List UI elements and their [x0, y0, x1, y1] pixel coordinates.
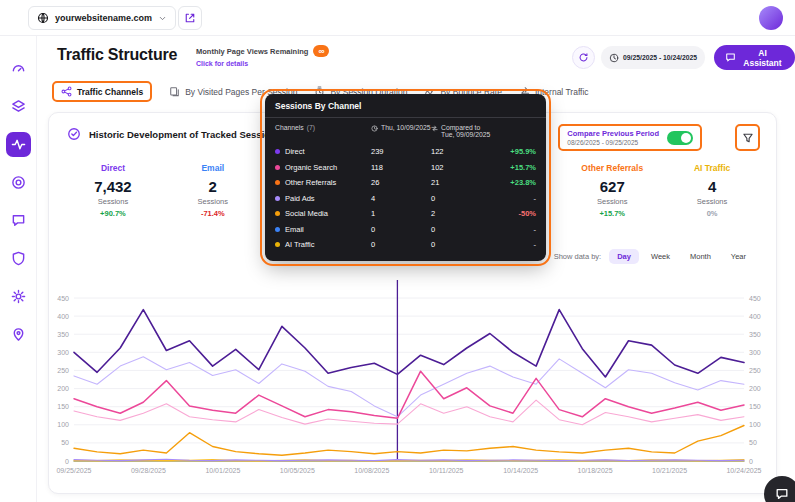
chat2-icon — [11, 213, 26, 228]
avatar[interactable] — [759, 6, 783, 30]
channel-color-dot — [275, 227, 280, 232]
sessions-line-chart[interactable]: 0050501001001501502002002502503003003503… — [53, 265, 772, 489]
globe-icon — [37, 12, 49, 24]
svg-text:450: 450 — [57, 295, 69, 302]
svg-text:150: 150 — [749, 403, 761, 410]
open-site-button[interactable] — [178, 6, 202, 30]
stat-label: Email — [163, 163, 263, 173]
tooltip-row-organic-search: Organic Search118102+15.7% — [275, 160, 536, 176]
sidebar-item-overview[interactable] — [6, 56, 31, 81]
sidebar-item-locations[interactable] — [6, 322, 31, 347]
tooltip-channels-count: (7) — [307, 124, 315, 131]
tooltip-value-current: 118 — [371, 163, 431, 172]
tooltip-value-compared: 2 — [431, 209, 479, 218]
tooltip-channels-label: Channels — [275, 124, 304, 131]
tooltip-title: Sessions By Channel — [265, 94, 546, 118]
topbar: yourwebsitename.com — [0, 0, 795, 36]
sidebar-item-pages[interactable] — [6, 94, 31, 119]
tooltip-value-compared: 0 — [431, 225, 479, 234]
layers-icon — [11, 99, 26, 114]
tooltip-rows: Direct239122+95.9%Organic Search118102+1… — [265, 142, 546, 261]
stat-value: 4 — [662, 178, 762, 195]
granularity-day[interactable]: Day — [609, 249, 639, 264]
chat-bubble-icon — [725, 52, 736, 63]
tooltip-delta: -50% — [479, 209, 536, 218]
tooltip-compared-prefix: Compared to — [441, 124, 490, 131]
stat-delta: 0% — [662, 209, 762, 218]
tooltip-value-current: 4 — [371, 194, 431, 203]
filter-button[interactable] — [735, 124, 760, 151]
svg-text:10/21/2025: 10/21/2025 — [652, 467, 687, 474]
date-range-picker[interactable]: 09/25/2025 - 10/24/2025 — [601, 46, 705, 69]
sidebar-item-traffic[interactable] — [6, 132, 31, 157]
ai-assistant-button[interactable]: AI Assistant — [714, 45, 795, 70]
svg-text:100: 100 — [749, 421, 761, 428]
sidebar — [0, 36, 37, 502]
granularity-week[interactable]: Week — [643, 249, 678, 264]
series-organic-search — [74, 371, 744, 418]
svg-text:09/28/2025: 09/28/2025 — [131, 467, 166, 474]
compare-arrows-icon — [431, 125, 438, 132]
tooltip-row-social-media: Social Media12-50% — [275, 206, 536, 222]
tooltip-channel-name: Organic Search — [285, 163, 337, 172]
hub-icon — [61, 86, 72, 97]
clock-icon — [609, 53, 619, 63]
tooltip-date-compared: Tue, 09/09/2025 — [441, 131, 490, 138]
tooltip-date-current: Thu, 10/09/2025 — [381, 124, 431, 131]
sidebar-item-goals[interactable] — [6, 170, 31, 195]
stat-ai-traffic: AI Traffic4Sessions0% — [662, 163, 762, 218]
tooltip-value-current: 1 — [371, 209, 431, 218]
compare-toggle[interactable] — [667, 131, 693, 145]
stat-delta: +15.7% — [562, 209, 662, 218]
tooltip-value-compared: 21 — [431, 178, 479, 187]
monthly-views-details-link[interactable]: Click for details — [196, 60, 329, 67]
stat-direct: Direct7,432Sessions+90.7% — [63, 163, 163, 218]
refresh-icon — [578, 52, 589, 63]
tooltip-channel-name: Paid Ads — [285, 194, 315, 203]
stat-value: 627 — [562, 178, 662, 195]
tab-label: Traffic Channels — [77, 87, 143, 97]
chevron-down-icon — [158, 14, 167, 23]
stat-unit: Sessions — [63, 197, 163, 206]
svg-text:100: 100 — [57, 421, 69, 428]
granularity-month[interactable]: Month — [682, 249, 719, 264]
stat-label: Other Referrals — [562, 163, 662, 173]
funnel-icon — [742, 132, 754, 144]
svg-text:400: 400 — [57, 313, 69, 320]
channel-color-dot — [275, 211, 280, 216]
series-other-referrals — [74, 426, 744, 456]
sidebar-item-feedback[interactable] — [6, 208, 31, 233]
svg-text:300: 300 — [57, 349, 69, 356]
svg-text:10/11/2025: 10/11/2025 — [429, 467, 464, 474]
channel-color-dot — [275, 196, 280, 201]
page-title: Traffic Structure — [57, 46, 177, 64]
tab-traffic-channels[interactable]: Traffic Channels — [52, 81, 152, 102]
svg-text:350: 350 — [749, 331, 761, 338]
svg-text:10/24/2025: 10/24/2025 — [726, 467, 761, 474]
refresh-button[interactable] — [572, 46, 595, 69]
svg-text:350: 350 — [57, 331, 69, 338]
compare-previous-period[interactable]: Compare Previous Period 08/26/2025 - 09/… — [558, 124, 702, 151]
stat-label: Direct — [63, 163, 163, 173]
tooltip-value-current: 0 — [371, 225, 431, 234]
pulse-icon — [11, 137, 26, 152]
svg-text:10/01/2025: 10/01/2025 — [205, 467, 240, 474]
pin-icon — [11, 327, 26, 342]
svg-text:450: 450 — [749, 295, 761, 302]
series-organic-search-previous-period — [74, 400, 744, 425]
unlimited-badge: ∞ — [313, 45, 329, 57]
sidebar-item-security[interactable] — [6, 246, 31, 271]
granularity-year[interactable]: Year — [723, 249, 754, 264]
tooltip-row-direct: Direct239122+95.9% — [275, 144, 536, 160]
tooltip-value-current: 0 — [371, 240, 431, 249]
stat-delta: -71.4% — [163, 209, 263, 218]
tooltip-channel-name: Direct — [285, 147, 305, 156]
tooltip-value-current: 26 — [371, 178, 431, 187]
sidebar-item-settings[interactable] — [6, 284, 31, 309]
tooltip-row-ai-traffic: AI Traffic00- — [275, 237, 536, 253]
stat-label: AI Traffic — [662, 163, 762, 173]
site-switcher[interactable]: yourwebsitename.com — [28, 6, 176, 30]
check-circle-icon — [67, 127, 81, 141]
compare-label: Compare Previous Period — [567, 129, 659, 138]
svg-text:10/14/2025: 10/14/2025 — [503, 467, 538, 474]
